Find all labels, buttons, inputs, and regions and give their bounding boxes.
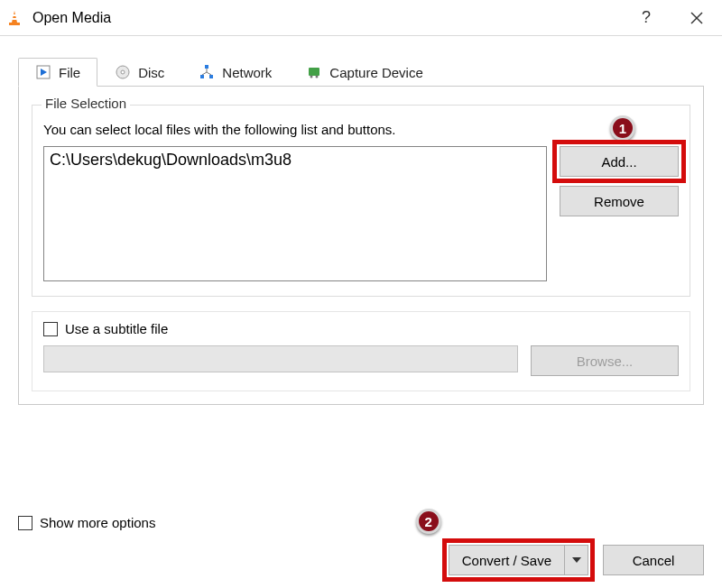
tab-panel-file: File Selection You can select local file… (18, 86, 704, 405)
show-more-checkbox[interactable] (18, 516, 32, 530)
client-area: File Disc Network Capture Device File Se… (0, 36, 722, 419)
tab-disc-label: Disc (138, 65, 164, 80)
svg-rect-3 (9, 23, 20, 25)
tab-file-label: File (59, 65, 80, 80)
tab-strip: File Disc Network Capture Device (18, 58, 704, 87)
window-title: Open Media (32, 10, 111, 26)
svg-rect-16 (309, 68, 319, 76)
subtitle-group: Use a subtitle file Browse... (32, 311, 690, 391)
close-button[interactable] (671, 0, 722, 36)
cancel-button[interactable]: Cancel (603, 545, 704, 575)
svg-line-14 (202, 72, 207, 75)
capture-device-icon (306, 64, 322, 80)
svg-point-9 (121, 70, 125, 74)
svg-rect-11 (200, 75, 204, 78)
file-list[interactable]: C:\Users\dekug\Downloads\m3u8 (43, 146, 547, 281)
show-more-row: Show more options (18, 515, 155, 530)
callout-2: 2 (416, 509, 441, 534)
show-more-label: Show more options (40, 515, 155, 530)
vlc-cone-icon (5, 9, 23, 27)
remove-button-label: Remove (594, 194, 644, 209)
svg-rect-10 (205, 65, 208, 69)
chevron-down-icon (572, 557, 581, 563)
svg-point-18 (316, 76, 319, 78)
convert-save-label: Convert / Save (462, 553, 551, 568)
tab-network-label: Network (222, 65, 272, 80)
file-list-item[interactable]: C:\Users\dekug\Downloads\m3u8 (50, 151, 541, 170)
subtitle-checkbox-label: Use a subtitle file (65, 321, 168, 336)
title-bar: Open Media ? (0, 0, 722, 36)
tab-disc[interactable]: Disc (97, 58, 181, 87)
svg-line-15 (207, 72, 211, 75)
remove-button[interactable]: Remove (560, 186, 679, 216)
file-play-icon (35, 64, 51, 80)
browse-button: Browse... (531, 345, 679, 376)
file-selection-legend: File Selection (42, 96, 130, 111)
disc-icon (115, 64, 131, 80)
footer-buttons: 2 Convert / Save Cancel (449, 545, 704, 575)
svg-point-17 (310, 76, 313, 78)
convert-save-dropdown[interactable] (565, 545, 588, 575)
tab-capture-label: Capture Device (329, 65, 422, 80)
tab-file[interactable]: File (18, 58, 97, 87)
tab-network[interactable]: Network (181, 58, 289, 87)
close-icon (690, 12, 703, 24)
add-button-label: Add... (601, 154, 636, 170)
subtitle-checkbox[interactable] (43, 322, 58, 336)
add-button[interactable]: Add... (560, 146, 679, 177)
file-selection-desc: You can select local files with the foll… (43, 122, 679, 137)
file-selection-group: File Selection You can select local file… (32, 105, 690, 297)
svg-rect-2 (12, 18, 17, 20)
svg-rect-12 (209, 75, 213, 78)
cancel-button-label: Cancel (633, 553, 675, 568)
tab-capture[interactable]: Capture Device (289, 58, 440, 87)
help-button[interactable]: ? (621, 0, 671, 36)
network-icon (199, 64, 215, 80)
svg-marker-0 (12, 11, 17, 23)
convert-save-button[interactable]: Convert / Save (449, 545, 588, 575)
svg-marker-19 (572, 557, 581, 563)
browse-button-label: Browse... (577, 354, 634, 369)
svg-rect-1 (13, 14, 16, 16)
subtitle-path-input (43, 345, 518, 372)
